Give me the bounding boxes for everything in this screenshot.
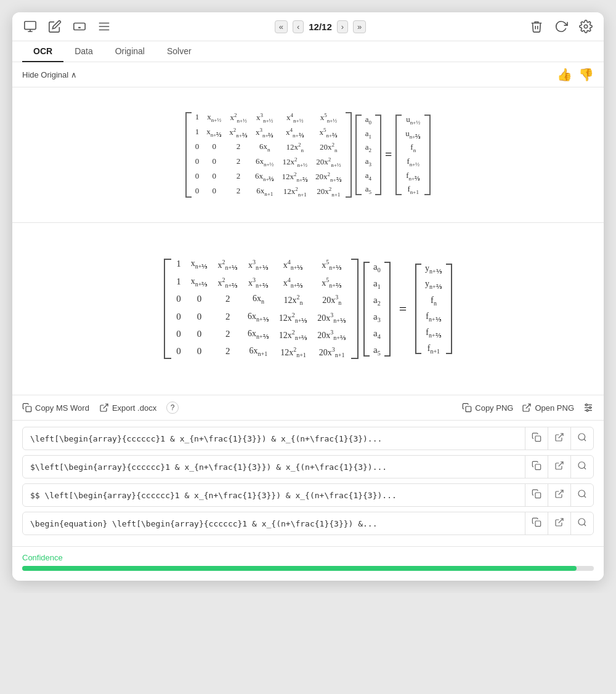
equals-bottom: = [399, 301, 407, 317]
latex-search-btn-1[interactable] [571, 427, 593, 450]
latex-edit-btn-3[interactable] [548, 484, 571, 506]
copy-ms-word-btn[interactable]: Copy MS Word [22, 403, 89, 413]
latex-actions-4 [525, 512, 593, 535]
monitor-icon-btn[interactable] [22, 18, 38, 34]
svg-point-14 [584, 25, 588, 28]
latex-edit-btn-2[interactable] [548, 456, 571, 478]
page-label: 12/12 [309, 22, 332, 32]
svg-rect-17 [466, 406, 471, 412]
toolbar-left [22, 18, 112, 34]
app-window: « ‹ 12/12 › » [12, 12, 604, 581]
help-btn[interactable]: ? [166, 401, 179, 414]
copy-png-label: Copy PNG [475, 403, 513, 413]
latex-text-3: $$ \left[\begin{array}{cccccc}1 & x_{n+\… [23, 485, 525, 506]
latex-row: \left[\begin{array}{cccccc}1 & x_{n+\fra… [22, 427, 594, 450]
svg-line-36 [584, 496, 586, 498]
equals-top: = [385, 148, 392, 162]
copy-ms-word-label: Copy MS Word [35, 403, 89, 413]
latex-search-btn-3[interactable] [571, 484, 593, 506]
math-area-bottom: 1 xn+⅓ x2n+⅓ x3n+⅓ x4n+⅓ x5n+⅓ 1 xn+⅔ x2… [12, 223, 604, 395]
bottom-vector-a: a0 a1 a2 a3 a4 a5 [363, 262, 391, 357]
open-png-btn[interactable]: Open PNG [522, 403, 574, 413]
copy-png-btn[interactable]: Copy PNG [462, 403, 513, 413]
top-vector-rhs: un+½ un+⅔ fn fn+½ fn+⅔ fn+1 [395, 115, 431, 195]
svg-line-38 [559, 518, 563, 523]
toolbar-center: « ‹ 12/12 › » [118, 20, 522, 33]
first-page-btn[interactable]: « [275, 20, 288, 33]
confidence-section: Confidence [12, 547, 604, 581]
svg-point-35 [578, 490, 585, 497]
menu-icon-btn[interactable] [96, 18, 112, 34]
keyboard-icon-btn[interactable] [71, 18, 87, 34]
confidence-bar-fill [22, 566, 577, 571]
tab-ocr[interactable]: OCR [22, 41, 63, 62]
actions-right: Copy PNG Open PNG [462, 402, 594, 413]
latex-copy-btn-1[interactable] [525, 427, 548, 450]
prev-page-btn[interactable]: ‹ [293, 20, 304, 33]
settings-icon-btn[interactable] [578, 18, 594, 34]
tabs-bar: OCR Data Original Solver [12, 41, 604, 62]
feedback-btns: 👍 👎 [557, 67, 594, 82]
confidence-label: Confidence [22, 553, 594, 562]
top-vector-a: a0 a1 a2 a3 a4 a5 [355, 115, 381, 195]
latex-copy-btn-2[interactable] [525, 456, 548, 478]
next-page-btn[interactable]: › [337, 20, 348, 33]
trash-icon-btn[interactable] [529, 18, 545, 34]
export-docx-label: Export .docx [112, 403, 156, 413]
math-area-top: 1 xn+½ x2n+½ x3n+½ x4n+½ x5n+½ 1 xn+⅔ x2… [12, 87, 604, 223]
svg-point-24 [586, 410, 588, 411]
latex-actions-2 [525, 456, 593, 478]
hide-original-btn[interactable]: Hide Original ∧ [22, 70, 77, 79]
sliders-icon [583, 402, 594, 413]
latex-row: $$ \left[\begin{array}{cccccc}1 & x_{n+\… [22, 483, 594, 507]
tab-original[interactable]: Original [104, 41, 156, 62]
tab-data[interactable]: Data [63, 41, 104, 62]
latex-edit-btn-1[interactable] [548, 427, 571, 450]
refresh-icon-btn[interactable] [553, 18, 569, 34]
svg-rect-25 [535, 436, 541, 442]
toolbar-right [529, 18, 594, 34]
latex-text-2: $\left[\begin{array}{cccccc}1 & x_{n+\fr… [23, 456, 525, 478]
tab-solver[interactable]: Solver [156, 41, 203, 62]
actions-bar: Copy MS Word Export .docx ? Copy [12, 395, 604, 421]
svg-line-18 [526, 404, 530, 408]
latex-copy-btn-4[interactable] [525, 512, 548, 535]
svg-rect-29 [535, 464, 541, 470]
svg-line-40 [584, 524, 586, 526]
svg-point-27 [578, 434, 585, 440]
latex-search-btn-2[interactable] [571, 456, 593, 478]
latex-copy-btn-3[interactable] [525, 484, 548, 506]
confidence-bar-bg [22, 566, 594, 571]
export-docx-btn[interactable]: Export .docx [99, 403, 156, 413]
export-icon [99, 403, 109, 413]
last-page-btn[interactable]: » [353, 20, 366, 33]
svg-rect-3 [74, 23, 85, 30]
latex-row: $\left[\begin{array}{cccccc}1 & x_{n+\fr… [22, 455, 594, 478]
svg-point-39 [578, 518, 585, 525]
top-left-matrix: 1 xn+½ x2n+½ x3n+½ x4n+½ x5n+½ 1 xn+⅔ x2… [185, 112, 352, 198]
svg-rect-15 [26, 406, 31, 412]
svg-rect-33 [535, 493, 541, 498]
settings-extra-btn[interactable] [583, 402, 594, 413]
svg-line-16 [103, 404, 108, 408]
latex-row: \begin{equation} \left[\begin{array}{ccc… [22, 512, 594, 535]
pencil-icon-btn[interactable] [47, 18, 63, 34]
hide-original-label: Hide Original [22, 70, 68, 79]
help-label: ? [171, 403, 175, 412]
bottom-left-matrix: 1 xn+⅓ x2n+⅓ x3n+⅓ x4n+⅓ x5n+⅓ 1 xn+⅔ x2… [164, 259, 359, 359]
latex-edit-btn-4[interactable] [548, 512, 571, 535]
svg-point-22 [586, 404, 588, 406]
latex-list: \left[\begin{array}{cccccc}1 & x_{n+\fra… [12, 421, 604, 547]
svg-rect-0 [25, 22, 36, 30]
thumbup-btn[interactable]: 👍 [557, 67, 572, 82]
latex-search-btn-4[interactable] [571, 512, 593, 535]
chevron-up-icon: ∧ [71, 70, 77, 79]
thumbdown-btn[interactable]: 👎 [578, 67, 594, 82]
copy-png-icon [462, 403, 472, 413]
svg-rect-37 [535, 521, 541, 527]
actions-left: Copy MS Word Export .docx ? [22, 401, 179, 414]
svg-line-32 [584, 467, 586, 469]
latex-actions-1 [525, 427, 593, 450]
svg-line-30 [559, 462, 563, 466]
hide-original-bar: Hide Original ∧ 👍 👎 [12, 62, 604, 87]
